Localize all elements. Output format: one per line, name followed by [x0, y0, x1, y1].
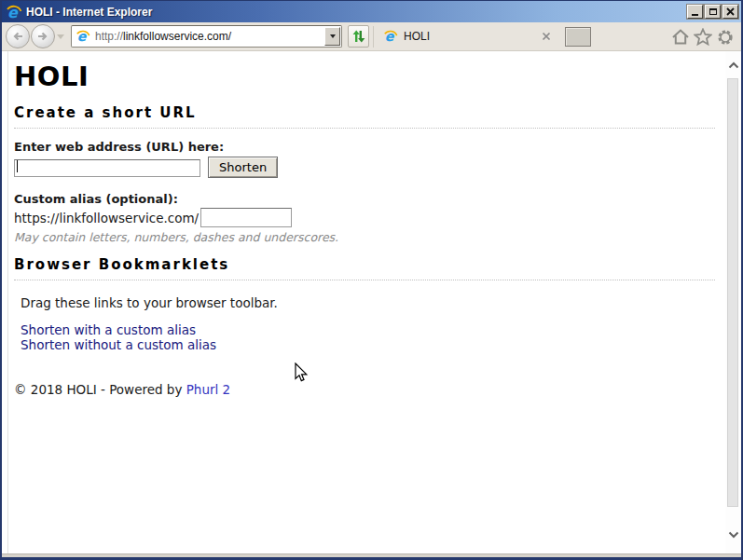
ie-logo-icon: e — [6, 4, 22, 20]
bookmarklet-link-with-alias[interactable]: Shorten with a custom alias — [21, 322, 698, 337]
new-tab-button[interactable] — [565, 27, 591, 47]
chevron-down-icon — [330, 34, 336, 38]
alias-hint-text: May contain letters, numbers, dashes and… — [14, 230, 698, 244]
recent-pages-dropdown-icon[interactable] — [57, 34, 64, 39]
vertical-scrollbar[interactable] — [725, 51, 741, 553]
address-url-text: http://linkfollowservice.com/ — [95, 30, 324, 43]
favorites-button[interactable] — [694, 28, 712, 47]
phurl-link[interactable]: Phurl 2 — [186, 382, 230, 397]
footer-text: © 2018 HOLI - Powered by — [14, 382, 186, 397]
tab-close-button[interactable] — [542, 32, 551, 41]
maximize-button[interactable] — [705, 5, 721, 19]
refresh-button[interactable] — [348, 25, 369, 48]
forward-arrow-icon — [35, 29, 50, 44]
shorten-button[interactable]: Shorten — [208, 157, 278, 178]
settings-button[interactable] — [716, 28, 735, 47]
create-short-url-heading: Create a short URL — [14, 104, 715, 129]
alias-field-label: Custom alias (optional): — [14, 192, 698, 206]
mouse-cursor — [295, 362, 309, 383]
tab-favicon-ie-icon: e — [383, 29, 398, 44]
alias-form-row: https://linkfollowservice.com/ — [14, 208, 698, 227]
bookmarklet-links: Shorten with a custom alias Shorten with… — [21, 322, 698, 352]
alias-input[interactable] — [200, 208, 292, 227]
browser-window: e HOLI - Internet Explorer — [0, 0, 743, 560]
address-bar[interactable]: e http://linkfollowservice.com/ — [71, 25, 342, 48]
home-button[interactable] — [671, 28, 690, 46]
alias-url-prefix: https://linkfollowservice.com/ — [14, 211, 199, 225]
refresh-icon — [351, 29, 365, 44]
address-dropdown-button[interactable] — [324, 27, 340, 46]
minimize-button[interactable] — [687, 5, 703, 19]
url-field-label: Enter web address (URL) here: — [14, 140, 698, 154]
url-protocol: http:// — [95, 30, 123, 43]
back-arrow-icon — [10, 29, 25, 44]
text-caret — [17, 160, 18, 172]
page-content: HOLI Create a short URL Enter web addres… — [2, 51, 741, 553]
tab-separator — [373, 26, 374, 48]
bookmarklet-link-without-alias[interactable]: Shorten without a custom alias — [21, 337, 698, 352]
content-left-edge — [7, 51, 8, 553]
url-input[interactable] — [14, 159, 200, 177]
settings-gear-icon — [716, 28, 735, 47]
tab-close-icon — [542, 32, 551, 41]
url-form-row: Shorten — [14, 157, 698, 178]
address-favicon-ie-icon: e — [76, 29, 90, 44]
favorites-star-icon — [694, 28, 712, 47]
home-icon — [671, 28, 690, 46]
titlebar: e HOLI - Internet Explorer — [2, 1, 741, 22]
maximize-icon — [709, 8, 717, 15]
scroll-down-button[interactable] — [725, 526, 741, 542]
window-bottom-strip — [2, 553, 741, 557]
chevron-up-icon — [728, 61, 739, 69]
window-title: HOLI - Internet Explorer — [26, 6, 685, 19]
chevron-down-icon — [728, 531, 739, 539]
browser-bookmarklets-heading: Browser Bookmarklets — [14, 256, 715, 280]
scroll-up-button[interactable] — [725, 57, 741, 73]
tab-holi[interactable]: e HOLI — [375, 22, 557, 50]
forward-button[interactable] — [31, 24, 55, 48]
back-button[interactable] — [6, 24, 30, 48]
minimize-icon — [692, 14, 698, 16]
tab-label: HOLI — [404, 30, 542, 43]
page-title: HOLI — [14, 61, 698, 92]
page-footer: © 2018 HOLI - Powered by Phurl 2 — [14, 382, 698, 397]
navigation-toolbar: e http://linkfollowservice.com/ e — [2, 22, 741, 51]
bookmarklets-intro: Drag these links to your browser toolbar… — [21, 295, 698, 310]
url-domain: linkfollowservice.com/ — [123, 30, 231, 43]
scrollbar-thumb[interactable] — [727, 78, 738, 507]
close-icon — [726, 7, 735, 16]
close-button[interactable] — [722, 5, 738, 19]
